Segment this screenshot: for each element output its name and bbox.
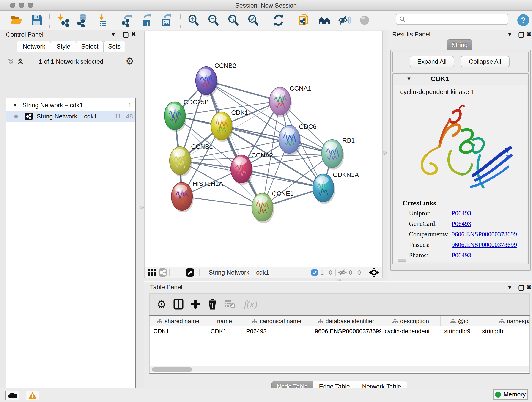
search-input[interactable] <box>408 16 508 23</box>
toolbar-separator <box>180 13 181 27</box>
collapse-all-button[interactable]: Collapse All <box>461 56 510 67</box>
tab-string[interactable]: String <box>447 39 472 51</box>
string-results-container: Expand All Collapse All ▼ CDK1 cyclin-de… <box>390 50 531 271</box>
cloud-status-button[interactable] <box>6 390 19 400</box>
control-panel-float-icon[interactable] <box>123 32 129 38</box>
function-builder-icon[interactable]: f(x) <box>240 297 261 312</box>
tab-sets[interactable]: Sets <box>104 41 125 52</box>
control-panel-menu-icon[interactable]: ▼ <box>111 32 116 37</box>
table-hscrollbar[interactable] <box>150 366 530 372</box>
save-session-icon[interactable] <box>30 13 43 27</box>
zoom-out-icon[interactable] <box>207 13 220 27</box>
column-header-name[interactable]: name <box>207 316 242 326</box>
left-splitter-handle[interactable] <box>140 206 144 210</box>
add-column-icon[interactable] <box>189 297 202 312</box>
refresh-icon[interactable] <box>272 13 285 27</box>
delete-column-trash-icon[interactable] <box>206 297 219 312</box>
tab-select[interactable]: Select <box>76 41 104 52</box>
warning-icon <box>28 391 37 399</box>
network-node-ccna1[interactable]: CCNA1 <box>269 85 311 117</box>
network-node-ccnb2[interactable]: CCNB2 <box>196 62 236 97</box>
memory-button[interactable]: Memory <box>493 389 528 400</box>
open-session-icon[interactable] <box>9 13 23 27</box>
expand-all-networks-icon[interactable] <box>17 58 24 65</box>
birdseye-view-icon[interactable] <box>186 268 194 277</box>
network-row-selected[interactable]: String Network – cdk1 11 48 <box>6 111 135 122</box>
column-header-canonical-name[interactable]: canonical name <box>242 316 311 326</box>
results-panel-float-icon[interactable] <box>518 32 524 38</box>
column-header-label: name <box>217 318 232 325</box>
right-splitter-handle[interactable] <box>383 151 386 155</box>
crosslink-label: GeneCard: <box>409 220 452 227</box>
column-header-database-identifier[interactable]: database identifier <box>311 316 381 326</box>
crosslink-label: Uniprot: <box>409 210 452 217</box>
crosslink-link[interactable]: P06493 <box>452 220 471 227</box>
home-networks-icon[interactable] <box>318 13 331 27</box>
search-field[interactable] <box>396 14 508 25</box>
network-node-hist1h1a[interactable]: HIST1H1A <box>171 180 223 212</box>
column-header-namespace[interactable]: namespace <box>478 316 530 326</box>
show-columns-icon[interactable] <box>172 297 185 312</box>
crosslink-link[interactable]: P06493 <box>452 210 471 217</box>
export-image-icon[interactable] <box>160 13 173 27</box>
network-view-toolbar: String Network – cdk1 1 - 0 0 - 0 <box>144 267 383 278</box>
column-header-description[interactable]: description <box>381 316 441 326</box>
column-header-shared-name[interactable]: shared name <box>150 316 207 326</box>
gene-section-header[interactable]: ▼ CDK1 <box>393 74 528 84</box>
network-node-rb1[interactable]: RB1 <box>322 137 355 170</box>
help-icon[interactable]: ? <box>517 13 530 27</box>
zoom-in-icon[interactable] <box>187 13 200 27</box>
network-view-title: String Network – cdk1 <box>209 269 269 276</box>
string-view-badge-icon[interactable] <box>158 268 167 277</box>
crosslink-row: Uniprot:P06493 <box>409 208 524 218</box>
warning-status-button[interactable] <box>26 390 39 400</box>
fit-content-crosshair-icon[interactable] <box>369 267 379 278</box>
expand-all-button[interactable]: Expand All <box>410 56 454 67</box>
table-hscrollbar-thumb[interactable] <box>152 367 192 371</box>
table-panel-menu-icon[interactable]: ▼ <box>507 285 512 290</box>
export-table-icon[interactable] <box>140 13 153 27</box>
grid-view-icon[interactable] <box>148 268 156 277</box>
table-cell: CDK1 <box>150 326 207 336</box>
import-network-from-database-icon[interactable] <box>76 13 89 27</box>
collection-expand-icon[interactable]: ▼ <box>13 103 17 108</box>
crosslink-link[interactable]: 9606.ENSP00000378699 <box>452 230 517 238</box>
table-panel-float-icon[interactable] <box>518 285 524 291</box>
share-file-icon[interactable] <box>298 13 311 27</box>
selected-count: 1 - 0 <box>320 269 332 276</box>
control-panel-close-icon[interactable]: ✖ <box>131 31 136 37</box>
network-collection-row[interactable]: ▼ String Network – cdk1 1 <box>6 100 135 111</box>
export-network-icon[interactable] <box>120 13 134 27</box>
zoom-fit-icon[interactable] <box>227 13 240 27</box>
network-node-cdk1[interactable]: CDK1 <box>211 109 248 142</box>
network-node-ccne1[interactable]: CCNE1 <box>252 190 294 223</box>
delete-table-icon[interactable] <box>223 297 237 312</box>
network-node-cdc6[interactable]: CDC6 <box>279 123 317 155</box>
network-canvas[interactable]: CCNB2CCNA1CDC25BCDK1CDC6RB1CCNB1CCNA2CDK… <box>144 31 383 267</box>
crosslink-link[interactable]: 9606.ENSP00000378699 <box>452 241 517 249</box>
hide-details-eye-icon[interactable] <box>338 13 351 27</box>
import-network-icon[interactable] <box>56 13 70 27</box>
tab-network[interactable]: Network <box>17 41 51 52</box>
column-header--id[interactable]: @id <box>441 316 478 326</box>
zoom-selected-icon[interactable] <box>247 13 260 27</box>
network-node-cdc25b[interactable]: CDC25B <box>164 99 209 132</box>
table-settings-gear-icon[interactable]: ⚙ <box>155 297 168 312</box>
bottom-splitter-handle[interactable] <box>336 279 341 281</box>
collapse-all-networks-icon[interactable] <box>7 58 15 65</box>
column-type-icon <box>450 318 456 324</box>
gene-collapse-icon[interactable]: ▼ <box>406 76 412 82</box>
network-options-gear-icon[interactable]: ⚙ <box>126 56 134 67</box>
crosslinks-scrollbar[interactable] <box>398 259 406 262</box>
network-node-cdkn1a[interactable]: CDKN1A <box>313 171 359 204</box>
results-panel-close-icon[interactable]: ✖ <box>526 31 532 37</box>
graphics-details-icon[interactable] <box>358 13 371 27</box>
results-panel-menu-icon[interactable]: ▼ <box>507 32 512 37</box>
table-panel-close-icon[interactable]: ✖ <box>526 284 532 290</box>
import-table-icon[interactable] <box>96 13 109 27</box>
network-node-ccnb1[interactable]: CCNB1 <box>170 143 213 177</box>
crosslink-link[interactable]: P06493 <box>452 252 471 259</box>
tab-style[interactable]: Style <box>51 41 76 52</box>
table-row[interactable]: CDK1CDK1P064939606.ENSP00000378699cyclin… <box>150 326 530 336</box>
network-edge <box>206 81 262 207</box>
